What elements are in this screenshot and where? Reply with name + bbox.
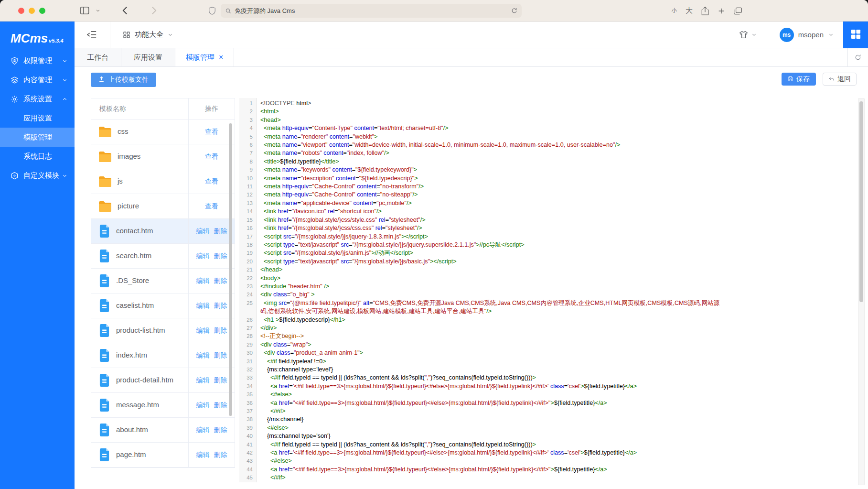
- view-link[interactable]: 查看: [205, 177, 218, 186]
- code-text[interactable]: <a href='<#if field.type==3>{ms:global.h…: [257, 382, 727, 391]
- delete-link[interactable]: 删除: [214, 277, 227, 285]
- table-row[interactable]: about.htm编辑删除: [91, 418, 235, 443]
- edit-link[interactable]: 编辑: [196, 351, 210, 360]
- refresh-tab-icon[interactable]: [847, 48, 868, 66]
- tab[interactable]: 应用设置: [121, 48, 175, 66]
- code-text[interactable]: <a href="<#if field.type==3>{ms:global.h…: [257, 466, 727, 474]
- zoom-window-button[interactable]: [39, 8, 45, 14]
- code-text[interactable]: <h1 >${field.typedescrip}</h1>: [257, 316, 727, 324]
- sidebar-subitem[interactable]: 系统日志: [0, 147, 75, 166]
- table-row[interactable]: index.htm编辑删除: [91, 343, 235, 368]
- code-text[interactable]: {/ms:channel}: [257, 415, 727, 424]
- edit-link[interactable]: 编辑: [196, 302, 210, 310]
- apps-launcher-button[interactable]: [843, 22, 868, 48]
- view-link[interactable]: 查看: [205, 128, 218, 136]
- table-row[interactable]: page.htm编辑删除: [91, 443, 235, 467]
- edit-link[interactable]: 编辑: [196, 277, 210, 285]
- code-text[interactable]: <head>: [257, 116, 727, 124]
- code-text[interactable]: <script type="text/javascript" src="/{ms…: [257, 258, 727, 266]
- back-icon[interactable]: [122, 6, 128, 15]
- code-text[interactable]: <script type="text/javascript" src="/{ms…: [257, 241, 727, 249]
- edit-link[interactable]: 编辑: [196, 252, 210, 261]
- code-text[interactable]: <meta name="description" content="${fiel…: [257, 174, 727, 183]
- table-row[interactable]: message.htm编辑删除: [91, 393, 235, 418]
- features-menu[interactable]: 功能大全: [123, 30, 173, 39]
- reload-icon[interactable]: [511, 8, 517, 14]
- theme-icon[interactable]: [739, 31, 748, 39]
- code-text[interactable]: <meta name="applicable-device" content="…: [257, 199, 727, 207]
- code-text[interactable]: <meta http-equiv="Cache-Control" content…: [257, 191, 727, 199]
- delete-link[interactable]: 删除: [214, 426, 227, 435]
- code-text[interactable]: <script src="/{ms:global.style/}js/jquer…: [257, 233, 727, 241]
- code-text[interactable]: </div>: [257, 324, 727, 332]
- text-larger-button[interactable]: 大: [686, 6, 693, 15]
- code-text[interactable]: <meta name="renderer" content="webkit">: [257, 133, 727, 141]
- table-row[interactable]: search.htm编辑删除: [91, 244, 235, 269]
- code-text[interactable]: <#if field.typeid == typeid || (ids?has_…: [257, 374, 727, 382]
- upload-template-button[interactable]: 上传模板文件: [91, 73, 156, 87]
- code-text[interactable]: <meta name="keywords" content="${field.t…: [257, 166, 727, 174]
- code-text[interactable]: <#if field.typeleaf !=0>: [257, 358, 727, 366]
- code-editor[interactable]: 1<!DOCTYPE html>2<html>3<head>4 <meta ht…: [239, 98, 727, 482]
- editor-scrollbar-track[interactable]: [858, 98, 865, 485]
- code-text[interactable]: </head>: [257, 266, 727, 274]
- delete-link[interactable]: 删除: [214, 326, 227, 335]
- editor-scrollbar-thumb[interactable]: [859, 101, 863, 302]
- edit-link[interactable]: 编辑: [196, 227, 210, 236]
- address-bar[interactable]: 免疫开源的 Java Cms: [221, 4, 522, 18]
- code-text[interactable]: <meta name="viewport" content="width=dev…: [257, 141, 727, 149]
- table-row[interactable]: css查看: [91, 120, 235, 144]
- sidebar-item[interactable]: 系统设置: [0, 89, 75, 109]
- code-text[interactable]: <link href="/{ms:global.style/}css/css.c…: [257, 224, 727, 232]
- username[interactable]: msopen: [798, 31, 824, 39]
- code-text[interactable]: <div class="product_a anim anim-1">: [257, 349, 727, 357]
- code-text[interactable]: <#else>: [257, 424, 727, 432]
- code-text[interactable]: <script src="/{ms:global.style/}js/anim.…: [257, 249, 727, 257]
- chevron-down-icon[interactable]: [96, 8, 100, 13]
- code-text[interactable]: <a href="<#if field.type==3>{ms:global.h…: [257, 399, 727, 407]
- table-row[interactable]: product-list.htm编辑删除: [91, 318, 235, 343]
- back-button[interactable]: 返回: [823, 73, 857, 86]
- code-text[interactable]: <#else>: [257, 457, 727, 465]
- table-row[interactable]: contact.htm编辑删除: [91, 219, 235, 244]
- new-tab-icon[interactable]: [718, 7, 725, 15]
- table-row[interactable]: caselist.htm编辑删除: [91, 293, 235, 318]
- delete-link[interactable]: 删除: [214, 351, 227, 360]
- view-link[interactable]: 查看: [205, 202, 218, 211]
- code-text[interactable]: <div class="wrap">: [257, 341, 727, 349]
- sidebar-toggle-icon[interactable]: [80, 7, 89, 14]
- code-text[interactable]: <link href="/{ms:global.style/}css/style…: [257, 216, 727, 224]
- delete-link[interactable]: 删除: [214, 252, 227, 261]
- sidebar-item[interactable]: 内容管理: [0, 70, 75, 89]
- edit-link[interactable]: 编辑: [196, 326, 210, 335]
- code-text[interactable]: <body>: [257, 274, 727, 283]
- edit-link[interactable]: 编辑: [196, 426, 210, 435]
- close-window-button[interactable]: [18, 8, 24, 14]
- code-text[interactable]: <title>${field.typetitle}</title>: [257, 158, 727, 166]
- tab[interactable]: 工作台: [75, 48, 121, 66]
- delete-link[interactable]: 删除: [214, 302, 227, 310]
- code-text[interactable]: <meta http-equiv="Content-Type" content=…: [257, 124, 727, 132]
- delete-link[interactable]: 删除: [214, 376, 227, 385]
- sidebar-subitem[interactable]: 模版管理: [0, 128, 75, 147]
- share-icon[interactable]: [701, 6, 709, 15]
- code-text[interactable]: <#include "header.htm" />: [257, 283, 727, 291]
- privacy-shield-icon[interactable]: [209, 7, 215, 15]
- code-text[interactable]: </#if>: [257, 407, 727, 415]
- table-row[interactable]: images查看: [91, 144, 235, 169]
- chevron-down-icon[interactable]: [828, 32, 834, 37]
- save-button[interactable]: 保存: [782, 73, 816, 86]
- code-text[interactable]: {ms:channel type='son'}: [257, 432, 727, 440]
- code-text[interactable]: <meta name="robots" content="index, foll…: [257, 149, 727, 157]
- edit-link[interactable]: 编辑: [196, 451, 210, 459]
- code-text[interactable]: <#else>: [257, 391, 727, 399]
- code-text[interactable]: <!DOCTYPE html>: [257, 99, 727, 108]
- code-text[interactable]: {ms:channel type='level'}: [257, 366, 727, 374]
- code-text[interactable]: <img src="{@ms:file field.typelitpic/}" …: [257, 299, 727, 316]
- sidebar-item[interactable]: 自定义模块: [0, 166, 75, 185]
- chevron-down-icon[interactable]: [751, 32, 757, 37]
- delete-link[interactable]: 删除: [214, 227, 227, 236]
- forward-icon[interactable]: [151, 6, 157, 15]
- collapse-menu-icon[interactable]: [87, 31, 96, 39]
- table-row[interactable]: product-detail.htm编辑删除: [91, 368, 235, 393]
